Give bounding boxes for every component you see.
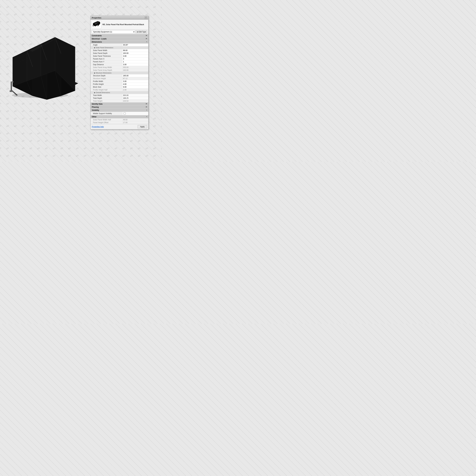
gap-distance-value[interactable]: 3.00 [122,63,148,66]
middle-support-visibility-checkbox[interactable] [124,112,126,115]
panels-num-x-label: Panels Num X [91,58,122,60]
constraints-collapse-icon: ≫ [146,35,147,36]
total-depth-label: Total Depth [91,97,122,100]
panel-header: RD_Solar Panel Flat Roof Mounted Portrai… [91,20,148,30]
solar-panel-depth-value[interactable]: 163.00 [122,52,148,55]
section-dimensions[interactable]: Dimensions « [91,40,148,44]
constraints-label: Constraints [92,35,102,37]
panel-height-offset-value: 17.00 [122,121,148,124]
panel-titlebar: Properties × [91,16,148,20]
identity-data-collapse-icon: ≫ [146,103,147,104]
section-phasing[interactable]: Phasing ≫ [91,106,148,109]
solar-panel-width-value[interactable]: 99.00 [122,49,148,52]
solar-panel-thickness-label: Solar Panel Thickness [91,55,122,58]
panel-title: Properties [92,17,101,19]
sd-label: Structure Dimensions [96,72,111,74]
spd-triangle: ▶ [94,47,95,49]
row-middle-support-visibility: Middle Support Visibility [91,112,148,115]
dropdown-row: Specialty Equipment (1) ⊞ Edit Type [91,30,148,34]
row-structure-depth: Structure Depth 165.00 [91,74,148,77]
svg-rect-28 [10,90,13,92]
solar-panel-array-width-label: Solar Panel Array Width [91,66,122,69]
solar-panel-width-half-label: Solar Panel Width Half [91,119,122,121]
solar-panel-array-width-value: 303.00 [122,66,148,69]
row-angle: Angle 35.00° [91,44,148,46]
structure-depth-value[interactable]: 165.00 [122,74,148,77]
profile-height-label: Profile Height [91,83,122,86]
row-panel-height-offset: Panel Height Offset 17.00 [91,121,148,124]
row-profile-height: Profile Height 4.00 [91,83,148,86]
component-name: RD_Solar Panel Flat Roof Mounted Portrai… [102,23,144,26]
electrical-loads-collapse-icon: ≫ [146,38,147,39]
row-solar-panel-width: Solar Panel Width 99.00 [91,49,148,52]
category-dropdown[interactable]: Specialty Equipment (1) [92,30,135,34]
structure-height-value: 87.12 [122,77,148,80]
profile-width-label: Profile Width [91,80,122,83]
section-other[interactable]: Other « [91,115,148,119]
subsection-overall-dimensions[interactable]: ▶ Overall Dimensions [91,91,148,94]
angle-label: Angle [91,44,122,46]
angle-value[interactable]: 35.00° [122,44,148,46]
svg-rect-27 [11,82,14,82]
section-visibility[interactable]: Visibility « [91,109,148,112]
row-panels-num-x: Panels Num X 3 [91,58,148,60]
od-label: Overall Dimensions [96,92,110,93]
panel-footer: Properties help Apply [91,124,148,129]
gap-distance-label: Gap Distance [91,63,122,66]
subsection-structure-dimensions[interactable]: ▶ Structure Dimensions [91,72,148,74]
profile-width-value[interactable]: 3.00 [122,80,148,83]
other-collapse-icon: « [146,116,147,117]
row-solar-panel-array-depth: Solar Panel Array Depth 163.00 [91,69,148,72]
phasing-collapse-icon: ≫ [146,106,147,108]
section-constraints[interactable]: Constraints ≫ [91,34,148,37]
subsection-solar-panel-dimensions[interactable]: ▶ Solar Panel Dimensions [91,46,148,49]
row-total-width: Total Width 303.00 [91,94,148,97]
edit-type-button[interactable]: ⊞ Edit Type [136,30,147,34]
panel-thumbnail [92,20,101,29]
row-solar-panel-depth: Solar Panel Depth 163.00 [91,52,148,55]
other-label: Other [92,116,97,118]
row-profile-width: Profile Width 3.00 [91,80,148,83]
block-size-value[interactable]: 9.00 [122,86,148,88]
row-panels-num-y: Panels Num Y 1 [91,60,148,63]
solar-panel-depth-label: Solar Panel Depth [91,52,122,55]
sd-triangle: ▶ [94,72,95,74]
panels-num-y-value[interactable]: 1 [122,60,148,63]
total-height-label: Total Height [91,100,122,102]
visibility-collapse-icon: « [146,109,147,111]
apply-button[interactable]: Apply [137,125,147,128]
total-height-value: 104.54 [122,100,148,102]
row-block-size: Block Size 9.00 [91,86,148,88]
edit-type-label: Edit Type [139,31,146,33]
row-profile-height-half: Profile Height Half 2.00 [91,88,148,91]
panels-num-x-value[interactable]: 3 [122,58,148,60]
row-solar-panel-width-half: Solar Panel Width Half 49.50 [91,119,148,121]
svg-line-39 [93,26,94,27]
solar-panel-array-depth-label: Solar Panel Array Depth [91,69,122,72]
electrical-loads-label: Electrical - Loads [92,38,106,40]
edit-type-icon: ⊞ [137,31,138,33]
properties-help-link[interactable]: Properties help [92,126,104,128]
solar-panel-array-depth-value: 163.00 [122,69,148,72]
row-total-depth: Total Depth 188.25 [91,97,148,100]
properties-panel: Properties × RD_Solar Panel Flat Roof Mo… [90,16,149,129]
section-electrical-loads[interactable]: Electrical - Loads ≫ [91,37,148,40]
row-gap-distance: Gap Distance 3.00 [91,63,148,66]
close-button[interactable]: × [145,17,147,19]
solar-panel-thickness-value[interactable]: 3.00 [122,55,148,58]
profile-height-value[interactable]: 4.00 [122,83,148,86]
od-triangle: ▶ [94,92,95,93]
svg-marker-9 [13,51,27,86]
svg-rect-25 [11,82,12,91]
panels-num-y-label: Panels Num Y [91,60,122,63]
section-identity-data[interactable]: Identity Data ≫ [91,102,148,106]
middle-support-visibility-cell [122,112,148,115]
structure-depth-label: Structure Depth [91,74,122,77]
spd-label: Solar Panel Dimensions [96,47,113,49]
properties-scroll-area[interactable]: Constraints ≫ Electrical - Loads ≫ Dimen… [91,34,148,124]
solar-panel-width-label: Solar Panel Width [91,49,122,52]
structure-height-label: Structure Height [91,77,122,80]
row-total-height: Total Height 104.54 [91,100,148,102]
dimensions-label: Dimensions [92,41,102,43]
profile-height-half-label: Profile Height Half [91,88,122,91]
